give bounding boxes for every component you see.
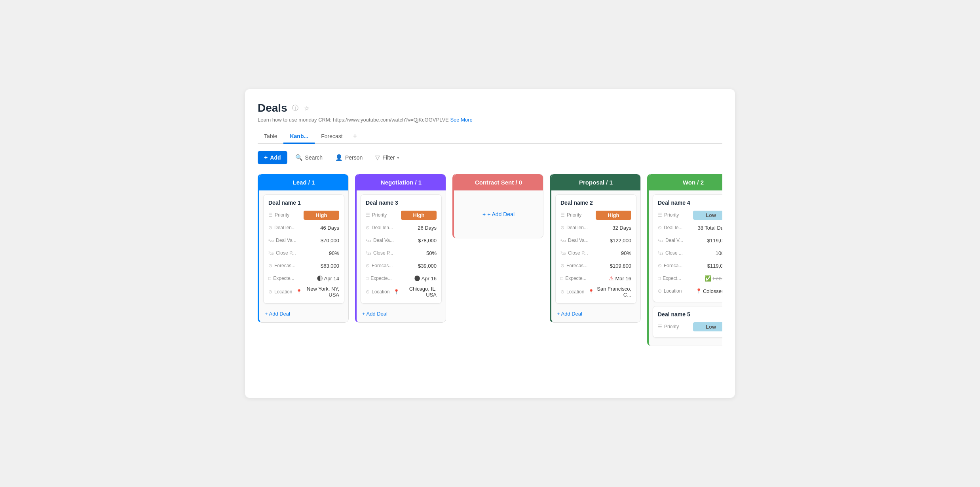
calendar-icon: □	[658, 276, 661, 281]
priority-badge[interactable]: High	[401, 211, 437, 220]
priority-icon: ☰	[268, 212, 273, 218]
col-body-negotiation: Deal name 3 ☰ Priority High ⊙ Deal len..…	[357, 190, 446, 322]
forecast-icon: ⊙	[560, 263, 564, 268]
deal-row-forecast: ⊙ Forecas... $63,000	[268, 261, 339, 271]
col-header-lead: Lead / 1	[259, 174, 348, 190]
search-button[interactable]: 🔍 Search	[291, 151, 327, 164]
clock-icon: ⊙	[366, 225, 370, 230]
priority-badge[interactable]: Low	[693, 211, 722, 220]
add-deal-button-lead[interactable]: + Add Deal	[263, 308, 344, 318]
forecast-value: $109,800	[610, 263, 631, 269]
add-deal-button-proposal[interactable]: + Add Deal	[555, 308, 636, 318]
deal-row-location: ⊙ Location 📍 San Francisco, C...	[560, 286, 631, 298]
expected-moon-icon	[414, 276, 420, 281]
clock-icon: ⊙	[658, 225, 662, 230]
subtitle: Learn how to use monday CRM: https://www…	[258, 117, 722, 123]
add-deal-button-negotiation[interactable]: + Add Deal	[361, 308, 442, 318]
app-container: Deals ⓘ ☆ Learn how to use monday CRM: h…	[245, 89, 735, 398]
person-icon: 👤	[335, 154, 343, 161]
kanban-col-proposal: Proposal / 1 Deal name 2 ☰ Priority High	[550, 174, 641, 323]
priority-badge[interactable]: Low	[693, 322, 722, 331]
deal-row-length: ⊙ Deal le... 38 Total Days	[658, 223, 722, 233]
deal-row-length: ⊙ Deal len... 32 Days	[560, 223, 631, 233]
deal-row-location: ⊙ Location 📍 Chicago, IL, USA	[366, 286, 437, 298]
kanban-col-negotiation: Negotiation / 1 Deal name 3 ☰ Priority H…	[355, 174, 446, 323]
filter-icon: ▽	[375, 154, 380, 161]
tab-forecast[interactable]: Forecast	[315, 130, 349, 144]
deal-row-priority: ☰ Priority High	[366, 210, 437, 220]
number-icon: ¹₂₃	[658, 238, 663, 243]
col-body-won: Deal name 4 ☰ Priority Low ⊙ Deal le...	[649, 190, 722, 346]
number-icon: ¹₂₃	[268, 238, 274, 243]
deal-row-expected: □ Expect... ✅ Feb 27	[658, 273, 722, 283]
priority-badge[interactable]: High	[596, 211, 631, 220]
add-deal-button-contract-sent[interactable]: + + Add Deal	[482, 211, 515, 217]
deal-length-value: 26 Days	[418, 225, 437, 231]
deal-length-value: 38 Total Days	[697, 225, 722, 231]
deal-name: Deal name 3	[366, 200, 437, 206]
map-pin-icon: 📍	[296, 289, 302, 295]
calendar-icon: □	[366, 276, 368, 281]
priority-badge[interactable]: High	[304, 211, 339, 220]
deal-card-proposal-1: Deal name 2 ☰ Priority High ⊙ Deal len..…	[555, 194, 636, 304]
percent-icon: ¹₂₃	[268, 250, 274, 256]
forecast-icon: ⊙	[366, 263, 370, 268]
deal-row-priority: ☰ Priority Low	[658, 321, 722, 332]
plus-icon: +	[482, 211, 486, 217]
forecast-value: $119,000	[707, 263, 722, 269]
toolbar: + Add 🔍 Search 👤 Person ▽ Filter ▾	[258, 151, 722, 164]
expected-alert-icon: ⚠	[609, 275, 614, 282]
priority-icon: ☰	[658, 324, 662, 329]
clock-icon: ⊙	[560, 225, 564, 230]
expected-check-icon: ✅	[705, 275, 711, 282]
priority-icon: ☰	[366, 212, 370, 218]
col-header-proposal: Proposal / 1	[551, 174, 640, 190]
kanban-col-lead: Lead / 1 Deal name 1 ☰ Priority High ⊙	[258, 174, 349, 323]
deal-row-value: ¹₂₃ Deal Va... $122,000	[560, 235, 631, 245]
chevron-down-icon: ▾	[397, 155, 399, 160]
location-label: Location	[372, 289, 389, 295]
deal-row-location: ⊙ Location 📍 New York, NY, USA	[268, 286, 339, 298]
deal-row-length: ⊙ Deal len... 26 Days	[366, 223, 437, 233]
tab-kanban[interactable]: Kanb...	[283, 130, 315, 144]
add-button[interactable]: + Add	[258, 151, 287, 164]
star-icon-button[interactable]: ☆	[303, 104, 310, 113]
col-header-negotiation: Negotiation / 1	[357, 174, 446, 190]
col-body-contract-sent: + + Add Deal	[454, 190, 543, 238]
plus-icon: +	[264, 154, 268, 161]
deal-row-priority: ☰ Priority High	[268, 210, 339, 220]
deal-row-value: ¹₂₃ Deal Va... $78,000	[366, 235, 437, 245]
percent-icon: ¹₂₃	[366, 250, 371, 256]
expected-half-icon	[317, 276, 323, 281]
location-icon: ⊙	[658, 288, 662, 294]
deal-value-value: $78,000	[418, 238, 437, 244]
calendar-icon: □	[268, 276, 271, 281]
page-title: Deals	[258, 102, 287, 114]
deal-row-length: ⊙ Deal len... 46 Days	[268, 223, 339, 233]
location-label: Location	[664, 288, 682, 294]
deal-row-priority: ☰ Priority Low	[658, 210, 722, 220]
deal-row-forecast: ⊙ Foreca... $119,000	[658, 261, 722, 271]
location-icon: ⊙	[366, 289, 370, 295]
deal-row-expected: □ Expecte... ⚠ Mar 16	[560, 273, 631, 283]
deal-name: Deal name 5	[658, 311, 722, 318]
tab-add-button[interactable]: +	[349, 131, 361, 142]
forecast-icon: ⊙	[268, 263, 272, 268]
number-icon: ¹₂₃	[560, 238, 566, 243]
location-icon: ⊙	[560, 289, 564, 295]
deal-card-lead-1: Deal name 1 ☰ Priority High ⊙ Deal len..…	[263, 194, 344, 304]
deal-row-priority: ☰ Priority High	[560, 210, 631, 220]
col-body-lead: Deal name 1 ☰ Priority High ⊙ Deal len..…	[259, 190, 348, 322]
map-pin-icon: 📍	[588, 289, 594, 295]
tab-table[interactable]: Table	[258, 130, 283, 144]
deal-row-close: ¹₂₃ Close P... 90%	[560, 248, 631, 258]
deal-name: Deal name 4	[658, 200, 722, 206]
forecast-value: $63,000	[321, 263, 339, 269]
deal-length-value: 32 Days	[612, 225, 631, 231]
see-more-link[interactable]: See More	[450, 117, 472, 123]
deal-row-forecast: ⊙ Forecas... $109,800	[560, 261, 631, 271]
filter-button[interactable]: ▽ Filter ▾	[370, 151, 404, 164]
location-label: Location	[566, 289, 584, 295]
person-button[interactable]: 👤 Person	[330, 151, 367, 164]
info-icon-button[interactable]: ⓘ	[291, 103, 299, 113]
